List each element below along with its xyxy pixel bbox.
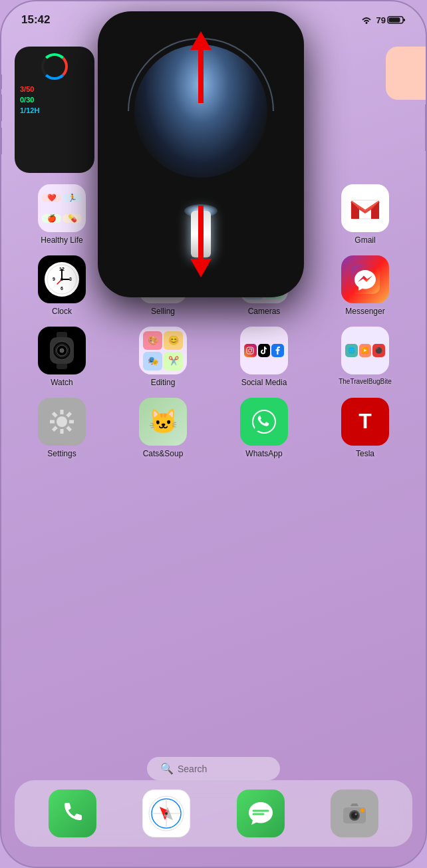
flashlight-control[interactable] <box>98 11 304 297</box>
clock-face: 12 3 9 6 <box>45 262 79 297</box>
app-icon-social[interactable] <box>240 327 288 374</box>
stat-cyan: 1/12H <box>20 106 89 114</box>
app-item-clock[interactable]: 12 3 9 6 Clock <box>15 255 109 316</box>
travel3: ⚫ <box>372 344 385 357</box>
social-tiktok <box>258 344 271 357</box>
app-icon-settings[interactable] <box>38 398 86 446</box>
app-label-gmail: Gmail <box>355 235 375 245</box>
volume-up-button[interactable] <box>0 94 2 121</box>
app-item-travel[interactable]: 🌐 ▶️ ⚫ TheTravelBugBite <box>318 327 412 387</box>
whatsapp-svg <box>249 406 279 437</box>
mute-switch[interactable] <box>0 74 2 89</box>
app-icon-clock[interactable]: 12 3 9 6 <box>38 255 86 303</box>
clock-svg: 12 3 9 6 <box>45 263 78 296</box>
facebook-icon <box>275 347 281 355</box>
app-item-healthy-life[interactable]: ❤️ 🏃 🍎 💊 Healthy Life <box>15 184 109 245</box>
app-label-settings: Settings <box>47 449 76 458</box>
cats-emoji: 🐱 <box>148 398 178 446</box>
app-icon-gmail[interactable] <box>341 184 389 232</box>
messenger-svg <box>351 265 380 294</box>
search-icon: 🔍 <box>160 762 174 775</box>
app-item-watch[interactable]: Watch <box>15 327 109 387</box>
app-item-messenger[interactable]: Messenger <box>318 255 412 316</box>
svg-point-14 <box>61 278 63 281</box>
app-icon-whatsapp[interactable] <box>240 398 288 446</box>
arrow-shaft-up <box>198 50 204 103</box>
svg-rect-3 <box>389 18 400 23</box>
edit1: 🎨 <box>143 331 162 350</box>
social-fb <box>271 344 284 357</box>
social-ig <box>244 344 257 357</box>
arrow-up <box>190 31 212 103</box>
stat-green: 0/30 <box>20 96 89 104</box>
search-placeholder: Search <box>178 764 207 774</box>
messages-icon <box>247 799 275 827</box>
svg-text:6: 6 <box>61 286 63 291</box>
activity-rings <box>41 53 68 80</box>
arrow-shaft-down <box>198 206 204 259</box>
app-item-editing[interactable]: 🎨 😊 🎭 ✂️ Editing <box>116 327 210 387</box>
watch-svg <box>46 332 78 369</box>
app-icon-tesla[interactable]: T <box>341 398 389 446</box>
dock-phone[interactable] <box>49 790 96 837</box>
app-label-healthy-life: Healthy Life <box>41 235 82 245</box>
app-icon-editing[interactable]: 🎨 😊 🎭 ✂️ <box>139 327 187 374</box>
battery-icon <box>387 15 406 25</box>
arrow-down <box>190 206 212 277</box>
search-bar[interactable]: 🔍 Search <box>147 757 280 780</box>
tesla-svg: T <box>351 407 380 436</box>
app-icon-watch[interactable] <box>38 327 86 374</box>
volume-down-button[interactable] <box>0 128 2 154</box>
dock-camera[interactable] <box>331 790 378 837</box>
app-item-cats[interactable]: 🐱 Cats&Soup <box>116 398 210 458</box>
app-icon-travel[interactable]: 🌐 ▶️ ⚫ <box>341 327 389 374</box>
app-item-settings[interactable]: Settings <box>15 398 109 458</box>
app-icon-cats[interactable]: 🐱 <box>139 398 187 446</box>
phone-icon <box>59 800 86 827</box>
app-label-travel: TheTravelBugBite <box>339 378 392 385</box>
flashlight-inner <box>98 11 304 297</box>
app-label-editing: Editing <box>151 378 176 387</box>
arrow-head-up <box>190 31 212 50</box>
stat-red: 3/50 <box>20 85 89 93</box>
edit4: ✂️ <box>164 352 183 370</box>
app-label-cameras: Cameras <box>248 307 281 316</box>
wifi-icon <box>360 15 372 25</box>
svg-point-34 <box>165 812 168 815</box>
app-label-whatsapp: WhatsApp <box>245 449 282 458</box>
status-time: 15:42 <box>21 13 50 27</box>
app-item-tesla[interactable]: T Tesla <box>318 398 412 458</box>
edit2: 😊 <box>164 331 183 350</box>
app-label-cats: Cats&Soup <box>143 449 184 458</box>
app-icon-healthy-life[interactable]: ❤️ 🏃 🍎 💊 <box>38 184 86 232</box>
app-label-watch: Watch <box>51 378 73 387</box>
svg-point-23 <box>60 349 64 353</box>
app-item-whatsapp[interactable]: WhatsApp <box>217 398 311 458</box>
edit3: 🎭 <box>143 352 162 370</box>
app-item-social[interactable]: Social Media <box>217 327 311 387</box>
battery-indicator: 79 <box>376 15 406 25</box>
dock <box>15 780 412 847</box>
app-icon-messenger[interactable] <box>341 255 389 303</box>
gmail-svg <box>349 195 382 221</box>
travel2: ▶️ <box>359 344 372 357</box>
svg-rect-2 <box>403 19 405 21</box>
app-label-tesla: Tesla <box>356 449 374 458</box>
svg-point-43 <box>360 808 364 812</box>
dock-safari[interactable] <box>142 790 190 837</box>
app-item-gmail[interactable]: Gmail <box>318 184 412 245</box>
dock-messages[interactable] <box>237 790 285 837</box>
app-label-social: Social Media <box>241 378 287 387</box>
svg-text:T: T <box>358 409 372 433</box>
app-label-selling: Selling <box>151 307 175 316</box>
svg-point-40 <box>355 813 357 815</box>
svg-point-25 <box>249 349 252 353</box>
svg-point-0 <box>365 22 367 24</box>
tiktok-icon <box>261 347 267 355</box>
arrow-head-down <box>190 259 212 277</box>
app-label-messenger: Messenger <box>345 307 384 316</box>
svg-rect-24 <box>247 347 253 354</box>
travel1: 🌐 <box>345 344 358 357</box>
svg-point-26 <box>251 349 253 350</box>
camera-icon <box>341 799 368 827</box>
